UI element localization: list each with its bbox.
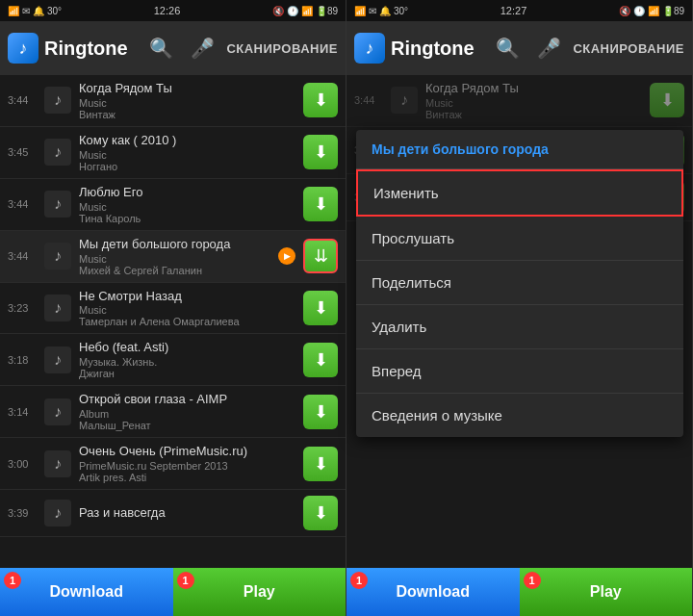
song-title: Когда Рядом Ты [79, 81, 295, 97]
song-genre: Music [79, 201, 295, 213]
right-play-button[interactable]: 1 Play [520, 568, 693, 616]
song-note-icon: ♪ [44, 398, 71, 425]
song-info: Очень Очень (PrimeMusic.ru) PrimeMusic.r… [79, 444, 295, 483]
song-time: 3:23 [8, 302, 37, 314]
song-info: Когда Рядом Ты Music Винтаж [79, 81, 295, 120]
song-note-icon: ♪ [44, 139, 71, 166]
context-menu-item-izmenity[interactable]: Изменить [356, 169, 683, 217]
song-title: Кому как ( 2010 ) [79, 133, 295, 149]
left-panel: 📶 ✉ 🔔 📶 ✉ 🔔 30° 30° 12:26 🔇 🕐 📶 🔋89 ♪ Ri… [0, 0, 346, 616]
download-arrow-icon: ⬇ [314, 143, 328, 161]
right-header: ♪ Ringtone 🔍 🎤 СКАНИРОВАНИЕ [346, 21, 692, 75]
song-item[interactable]: 3:44 ♪ Люблю Его Music Тина Кароль ⬇ [0, 179, 346, 231]
song-item[interactable]: 3:00 ♪ Очень Очень (PrimeMusic.ru) Prime… [0, 438, 346, 490]
right-search-button[interactable]: 🔍 [490, 33, 526, 64]
song-time: 3:44 [8, 94, 37, 106]
right-status-right-icons: 🔇 🕐 📶 🔋89 [619, 6, 684, 16]
context-menu-item-svedeniya[interactable]: Сведения о музыке [356, 394, 683, 437]
bell-icon: 🔔 [379, 6, 391, 16]
song-item: 3:44 ♪ Когда Рядом Ты Music Винтаж ⬇ [346, 75, 692, 127]
left-search-button[interactable]: 🔍 [143, 33, 179, 64]
song-genre: Music [79, 97, 295, 109]
context-menu-item-vpered[interactable]: Вперед [356, 349, 683, 394]
song-time: 3:14 [8, 406, 37, 418]
clock-icon: 🕐 [633, 6, 645, 16]
right-download-button[interactable]: 1 Download [346, 568, 520, 616]
left-status-left-icons: 📶 ✉ 🔔 📶 ✉ 🔔 30° 30° [8, 6, 62, 16]
song-info: Небо (feat. Asti) Музыка. Жизнь. Джиган [79, 340, 295, 379]
song-title: Раз и навсегда [79, 505, 295, 522]
song-download-button[interactable]: ⬇ [303, 343, 338, 377]
song-note-icon: ♪ [391, 87, 418, 114]
song-item[interactable]: 3:23 ♪ Не Смотри Назад Music Тамерлан и … [0, 283, 346, 335]
song-genre: Музыка. Жизнь. [79, 356, 295, 368]
song-time: 3:39 [8, 507, 37, 519]
right-mic-button[interactable]: 🎤 [531, 33, 567, 64]
song-info: Не Смотри Назад Music Тамерлан и Алена О… [79, 289, 295, 328]
left-play-button[interactable]: 1 Play [173, 568, 346, 616]
song-info: Мы дети большого города Music Михей & Се… [79, 237, 269, 276]
song-time: 3:45 [8, 146, 37, 158]
mute-icon: 🔇 [619, 6, 630, 16]
song-download-button[interactable]: ⬇ [303, 395, 338, 429]
song-note-icon: ♪ [44, 346, 71, 373]
song-item[interactable]: 3:14 ♪ Открой свои глаза - AIMP Album Ма… [0, 386, 346, 438]
song-title: Открой свои глаза - AIMP [79, 392, 295, 408]
right-app-title: Ringtone [391, 38, 484, 60]
context-menu-item-proslyshat[interactable]: Прослушать [356, 217, 683, 261]
song-genre: Music [79, 304, 295, 316]
download-arrow-icon: ⬇ [314, 195, 328, 213]
song-item-highlighted[interactable]: 3:44 ♪ Мы дети большого города Music Мих… [0, 231, 346, 283]
download-arrow-icon: ⬇ [314, 455, 328, 473]
left-scan-label[interactable]: СКАНИРОВАНИЕ [226, 41, 338, 56]
download-arrow-icon: ⬇ [314, 299, 328, 317]
battery-icon: 🔋89 [316, 6, 338, 16]
song-note-icon: ♪ [44, 191, 71, 218]
song-info: Открой свои глаза - AIMP Album Малыш_Рен… [79, 392, 295, 431]
song-title: Очень Очень (PrimeMusic.ru) [79, 444, 295, 460]
left-header: ♪ Ringtone 🔍 🎤 СКАНИРОВАНИЕ [0, 21, 346, 75]
song-item[interactable]: 3:44 ♪ Когда Рядом Ты Music Винтаж ⬇ [0, 75, 346, 127]
song-artist: Джиган [79, 368, 295, 379]
right-play-badge: 1 [524, 572, 541, 589]
left-mic-button[interactable]: 🎤 [185, 33, 220, 64]
song-artist: Ноггано [79, 161, 295, 172]
song-artist: Тамерлан и Алена Омаргалиева [79, 316, 295, 327]
song-download-button[interactable]: ⬇ [303, 187, 338, 221]
download-arrow-icon: ⬇ [314, 403, 328, 421]
song-note-icon: ♪ [44, 295, 71, 321]
song-genre: Music [79, 253, 269, 265]
song-artist: Винтаж [425, 109, 642, 120]
song-download-button[interactable]: ⬇ [303, 83, 338, 117]
mail-icon: ✉ [22, 6, 30, 16]
song-download-button[interactable]: ⬇ [303, 496, 338, 530]
song-note-icon: ♪ [44, 500, 71, 526]
wifi-icon: 📶 [648, 6, 659, 16]
song-title: Небо (feat. Asti) [79, 340, 295, 356]
song-title: Мы дети большого города [79, 237, 269, 253]
song-download-button-highlighted[interactable]: ⇊ [303, 239, 338, 273]
right-scan-label[interactable]: СКАНИРОВАНИЕ [573, 41, 684, 56]
context-menu-item-udalit[interactable]: Удалить [356, 305, 683, 349]
song-genre: Album [79, 408, 295, 420]
song-title: Люблю Его [79, 185, 295, 201]
song-artist: Винтаж [79, 109, 295, 120]
song-item[interactable]: 3:39 ♪ Раз и навсегда ⬇ [0, 490, 346, 537]
song-time: 3:18 [8, 354, 37, 366]
song-item[interactable]: 3:45 ♪ Кому как ( 2010 ) Music Ноггано ⬇ [0, 127, 346, 179]
song-download-button[interactable]: ⬇ [303, 135, 338, 169]
song-title: Когда Рядом Ты [425, 81, 642, 97]
song-download-button[interactable]: ⬇ [303, 447, 338, 481]
left-download-badge: 1 [4, 572, 21, 589]
left-time: 12:26 [154, 5, 181, 16]
song-info: Когда Рядом Ты Music Винтаж [425, 81, 642, 120]
right-panel: 📶 ✉ 🔔 30° 12:27 🔇 🕐 📶 🔋89 ♪ Ringtone 🔍 🎤… [346, 0, 693, 616]
context-menu-item-podelytsya[interactable]: Поделиться [356, 261, 683, 305]
song-download-button[interactable]: ⬇ [303, 291, 338, 325]
left-download-label: Download [50, 583, 123, 601]
song-time: 3:44 [8, 250, 37, 262]
clock-icon: 🕐 [287, 6, 298, 16]
right-play-label: Play [590, 583, 622, 601]
song-item[interactable]: 3:18 ♪ Небо (feat. Asti) Музыка. Жизнь. … [0, 334, 346, 386]
left-download-button[interactable]: 1 Download [0, 568, 173, 616]
